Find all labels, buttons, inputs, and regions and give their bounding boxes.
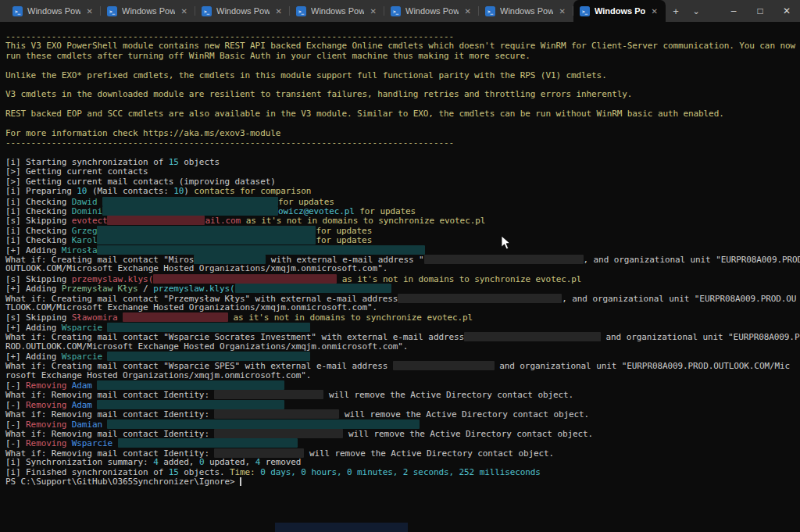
- terminal-text: evotect: [72, 216, 108, 226]
- terminal-text: TLOOK.COM/Microsoft Exchange Hosted Orga…: [5, 302, 377, 312]
- tab-title: Windows PowerShe: [311, 6, 364, 16]
- terminal-text: Damian: [72, 419, 108, 429]
- terminal-line: [-] Removing Damian: [5, 420, 800, 429]
- terminal-text: Removing: [26, 438, 72, 448]
- tab-windows-powershell-4[interactable]: >_Windows PowerShe✕: [290, 0, 384, 22]
- redacted-text: [235, 284, 391, 293]
- tab-windows-powershell-3[interactable]: >_Windows PowerShe✕: [195, 0, 290, 22]
- terminal-text: [s] Skipping: [5, 273, 72, 284]
- terminal-text: 10: [77, 186, 87, 196]
- tab-title: Windows PowerShe: [500, 6, 553, 16]
- terminal-text: REST backed EOP and SCC cmdlets are also…: [5, 109, 724, 119]
- tab-windows-powershell-2[interactable]: >_Windows PowerShe✕: [101, 0, 195, 22]
- tab-title: Windows PowerShe: [216, 6, 270, 16]
- tab-close-icon[interactable]: ✕: [463, 6, 473, 16]
- terminal-text: What if: Removing mail contact Identity:: [5, 409, 214, 420]
- redacted-text: [123, 312, 228, 322]
- terminal-line: [-] Removing Wsparcie: [5, 438, 800, 448]
- tab-close-icon[interactable]: ✕: [85, 6, 95, 16]
- redacted-text: [214, 429, 343, 438]
- terminal-text: OUTLOOK.COM/Microsoft Exchange Hosted Or…: [5, 263, 388, 273]
- terminal-line: [s] Skipping przemyslaw.klys( as it's no…: [5, 274, 800, 284]
- terminal-line: What if: Removing mail contact Identity:…: [5, 390, 800, 399]
- terminal-text: , and organizational unit "EURPR08A009.P…: [562, 293, 796, 303]
- terminal-text: , and organizational unit "EURPR08A009.P…: [584, 254, 800, 264]
- terminal-text: Grzeg: [72, 225, 98, 235]
- powershell-icon: >_: [202, 6, 212, 16]
- redacted-text: [194, 255, 266, 264]
- terminal-text: [-]: [5, 419, 26, 429]
- terminal-text: /: [138, 284, 154, 294]
- terminal-line: [+] Adding Wsparcie: [5, 352, 800, 361]
- terminal-text: [i] Checking: [5, 196, 72, 206]
- tab-close-icon[interactable]: ✕: [274, 6, 284, 16]
- redacted-text: [97, 380, 284, 390]
- redacted-text: [393, 361, 495, 370]
- terminal-text: contacts for comparison: [194, 186, 311, 196]
- terminal-text: What if: Removing mail contact Identity:: [5, 390, 214, 400]
- terminal-text: objects.: [179, 467, 230, 477]
- terminal-text: [-]: [5, 380, 26, 391]
- terminal-text: przemyslaw.klys(: [153, 284, 234, 294]
- terminal-text: Mirosła: [62, 245, 98, 255]
- terminal-text: added,: [159, 457, 199, 467]
- terminal-line: [+] Adding Mirosła: [5, 245, 800, 255]
- terminal-text: V3 cmdlets in the downloaded module are …: [5, 89, 632, 99]
- terminal-text: and organizational unit "EURPR08A009.P: [601, 332, 799, 342]
- terminal-text: przemyslaw.klys(: [72, 273, 153, 284]
- terminal-text: Adam: [72, 380, 98, 391]
- tab-windows-powershell-1[interactable]: >_Windows PowerShe✕: [6, 0, 101, 22]
- terminal-text: 15: [169, 467, 179, 477]
- terminal-text: rosoft Exchange Hosted Organizations/xmq…: [5, 370, 311, 380]
- tab-windows-powershell-7[interactable]: >_Windows PowerShe✕: [573, 0, 666, 22]
- terminal-text: for updates: [316, 225, 372, 235]
- terminal-text: 0 days, 0 hours, 0 minutes, 2 seconds, 2…: [260, 467, 541, 477]
- terminal-text: Przemysław Kłys: [62, 284, 138, 294]
- terminal-text: for updates: [359, 206, 416, 216]
- redacted-text: [97, 235, 316, 245]
- terminal-text: 15: [169, 157, 179, 167]
- close-button[interactable]: ✕: [773, 0, 800, 22]
- terminal-text: [i] Finished synchronization of: [5, 467, 169, 477]
- terminal-text: [>] Getting current mail contacts (impro…: [5, 177, 276, 187]
- terminal-text: and organizational unit "EURPR08A009.PRO…: [495, 361, 790, 371]
- tab-title: Windows PowerShe: [27, 6, 80, 16]
- terminal-text: This V3 EXO PowerShell module contains n…: [5, 41, 795, 51]
- terminal-text: removed: [260, 457, 301, 467]
- terminal-line: [-] Removing Adam: [5, 380, 800, 390]
- terminal-text: ail.com: [205, 216, 241, 226]
- tab-close-icon[interactable]: ✕: [369, 6, 378, 16]
- terminal-line: [+] Adding Wsparcie: [5, 323, 800, 332]
- powershell-icon: >_: [580, 6, 590, 16]
- minimize-button[interactable]: –: [720, 0, 747, 22]
- redacted-text: [107, 352, 310, 361]
- tab-close-icon[interactable]: ✕: [180, 6, 189, 16]
- tab-windows-powershell-6[interactable]: >_Windows PowerShe✕: [479, 0, 573, 22]
- redacted-text: [97, 400, 284, 409]
- terminal[interactable]: ----------------------------------------…: [0, 22, 800, 532]
- terminal-text: Sławomira: [72, 312, 123, 323]
- redacted-text: [97, 245, 425, 255]
- redacted-text: [107, 323, 310, 332]
- maximize-button[interactable]: □: [747, 0, 773, 22]
- terminal-line: run these cmdlets after turning off WinR…: [5, 52, 800, 61]
- tab-dropdown-button[interactable]: ⌄: [686, 0, 706, 22]
- terminal-text: Wsparcie: [62, 322, 108, 332]
- terminal-text: 10: [173, 186, 184, 196]
- terminal-text: ): [184, 186, 194, 196]
- terminal-text: Karol: [72, 235, 98, 245]
- terminal-line: [i] Checking Grzegfor updates: [5, 226, 800, 235]
- powershell-icon: >_: [485, 6, 495, 16]
- tab-close-icon[interactable]: ✕: [650, 6, 659, 16]
- terminal-line: [-] Removing Adam: [5, 400, 800, 409]
- terminal-text: What if: Removing mail contact Identity:: [5, 429, 214, 439]
- terminal-text: ----------------------------------------…: [5, 137, 454, 148]
- new-tab-button[interactable]: +: [666, 0, 686, 22]
- tab-windows-powershell-5[interactable]: >_Windows PowerShe✕: [384, 0, 479, 22]
- redacted-text: [153, 274, 337, 284]
- redacted-text: [107, 420, 420, 429]
- terminal-text: [-]: [5, 399, 26, 409]
- mouse-cursor: [501, 235, 511, 250]
- tab-close-icon[interactable]: ✕: [558, 6, 567, 16]
- terminal-text: [+] Adding: [5, 322, 62, 332]
